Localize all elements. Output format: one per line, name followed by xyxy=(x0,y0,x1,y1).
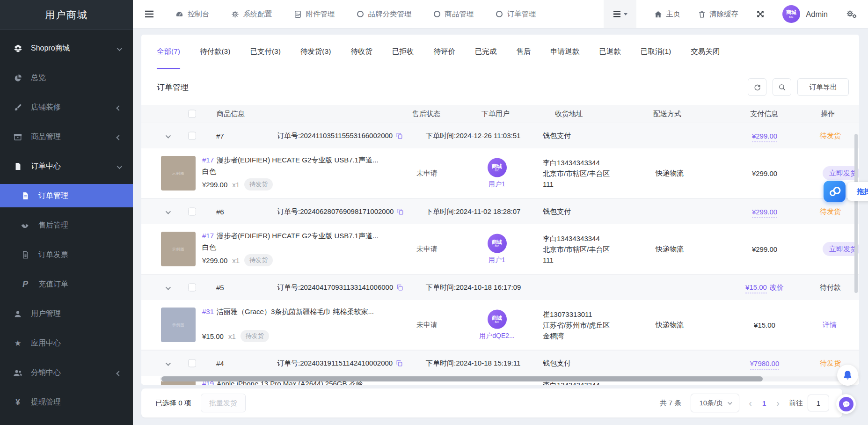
tab-refunded[interactable]: 已退款 xyxy=(599,35,621,69)
list-icon xyxy=(613,11,621,17)
order-price-link[interactable]: ¥15.00 xyxy=(745,283,767,293)
sidebar-item-distribution[interactable]: 分销中心 xyxy=(0,358,133,388)
expand-chevron-icon[interactable] xyxy=(166,132,169,140)
tab-cancelled[interactable]: 已取消(1) xyxy=(641,35,671,69)
tab-refund-request[interactable]: 申请退款 xyxy=(550,35,579,69)
tab-completed[interactable]: 已完成 xyxy=(475,35,497,69)
expand-chevron-icon[interactable] xyxy=(166,359,169,367)
buyer-name-link[interactable]: 用户1 xyxy=(489,256,505,264)
refresh-icon xyxy=(753,83,761,91)
product-tag-link[interactable]: #17 xyxy=(202,156,214,164)
fullscreen-button[interactable] xyxy=(756,10,765,18)
sidebar-item-apps[interactable]: ★ 应用中心 xyxy=(0,329,133,358)
order-price-link[interactable]: ¥7980.00 xyxy=(750,359,780,370)
buyer[interactable]: 商城· B2C · 用户1 xyxy=(475,158,518,189)
tab-paid[interactable]: 已支付(3) xyxy=(250,35,280,69)
netdisk-logo-icon[interactable] xyxy=(824,181,846,202)
chat-button[interactable] xyxy=(836,394,856,414)
buyer-name-link[interactable]: 用户dQE2... xyxy=(479,332,514,340)
tab-all[interactable]: 全部(7) xyxy=(157,35,180,69)
col-header-user: 下单用户 xyxy=(481,110,510,118)
select-all-checkbox[interactable] xyxy=(188,110,196,118)
sidebar-item-order-center[interactable]: 订单中心 xyxy=(0,152,133,181)
product-price: ¥15.00 xyxy=(202,332,224,340)
sidebar-item-shopro[interactable]: Shopro商城 xyxy=(0,34,133,63)
nav-menu-dropdown-button[interactable] xyxy=(604,0,636,28)
buyer[interactable]: 商城· B2C · 用户1 xyxy=(475,234,518,264)
total-count: 共 7 条 xyxy=(660,399,682,408)
product-image[interactable] xyxy=(161,308,196,342)
prev-page-button[interactable]: ‹ xyxy=(749,398,752,408)
buyer-name-link[interactable]: 用户1 xyxy=(489,180,505,189)
topnav-item-goods[interactable]: 商品管理 xyxy=(433,9,474,19)
search-button[interactable] xyxy=(773,78,791,96)
sidebar-item-overview[interactable]: 总览 xyxy=(0,63,133,93)
sidebar-item-users[interactable]: 用户管理 xyxy=(0,299,133,329)
topnav-item-attachments[interactable]: 附件管理 xyxy=(294,9,335,19)
product-image[interactable] xyxy=(161,156,196,191)
sidebar-item-withdraw[interactable]: ¥ 提现管理 xyxy=(0,388,133,417)
order-status: 待发货 xyxy=(820,207,841,216)
topnav-item-system-config[interactable]: 系统配置 xyxy=(231,9,272,19)
product-info: #17漫步者(EDIFIER) HECATE G2专业版 USB7.1声道...… xyxy=(202,156,403,191)
notification-bell-button[interactable] xyxy=(837,365,858,386)
tab-to-ship[interactable]: 待发货(3) xyxy=(300,35,331,69)
topnav-item-brand-category[interactable]: 品牌分类管理 xyxy=(357,9,412,19)
ship-now-button[interactable]: 立即发货 xyxy=(823,242,859,256)
copy-icon[interactable] xyxy=(396,284,403,291)
batch-ship-button[interactable]: 批量发货 xyxy=(201,394,246,412)
hamburger-menu-icon[interactable] xyxy=(145,10,154,18)
row-checkbox[interactable] xyxy=(188,132,196,140)
order-export-button[interactable]: 订单导出 xyxy=(797,78,849,96)
sidebar-item-order-management[interactable]: 订单管理 xyxy=(0,184,133,207)
copy-icon[interactable] xyxy=(397,208,404,215)
topnav-item-orders[interactable]: 订单管理 xyxy=(496,9,536,19)
product-variant: 白色 xyxy=(202,167,403,176)
settings-cogs-icon[interactable] xyxy=(846,9,857,19)
home-button[interactable]: 主页 xyxy=(654,9,680,19)
row-checkbox[interactable] xyxy=(188,359,196,367)
page-size-select[interactable]: 10条/页 xyxy=(691,394,739,412)
vertical-scrollbar-thumb[interactable] xyxy=(854,134,858,293)
product-tag-link[interactable]: #17 xyxy=(202,232,214,240)
row-action: 立即发货 xyxy=(823,166,859,180)
buyer[interactable]: 商城· B2C · 用户dQE2... xyxy=(475,310,518,340)
expand-chevron-icon[interactable] xyxy=(166,284,169,292)
sidebar-item-recharge[interactable]: P 充值订单 xyxy=(0,270,133,299)
next-page-button[interactable]: › xyxy=(776,398,780,408)
product-tag-link[interactable]: #31 xyxy=(202,308,214,315)
change-price-link[interactable]: 改价 xyxy=(770,283,784,291)
top-navbar: 控制台 系统配置 附件管理 品牌分类管理 商品管理 订单管理 xyxy=(133,0,868,28)
goto-page-input[interactable] xyxy=(808,395,829,411)
tab-closed[interactable]: 交易关闭 xyxy=(691,35,720,69)
sidebar-item-goods[interactable]: 商品管理 xyxy=(0,122,133,152)
sidebar-item-aftersale[interactable]: 售后管理 xyxy=(0,211,133,240)
order-price-link[interactable]: ¥299.00 xyxy=(752,132,777,142)
row-checkbox[interactable] xyxy=(188,208,196,216)
copy-icon[interactable] xyxy=(396,132,403,139)
copy-icon[interactable] xyxy=(396,360,403,367)
user-menu[interactable]: 商城 · B2C · Admin xyxy=(782,5,828,23)
sidebar-item-invoice[interactable]: 订单发票 xyxy=(0,240,133,270)
clear-cache-button[interactable]: 清除缓存 xyxy=(698,9,738,19)
tab-aftersale[interactable]: 售后 xyxy=(516,35,531,69)
row-checkbox[interactable] xyxy=(188,284,196,292)
detail-link[interactable]: 详情 xyxy=(823,321,837,329)
expand-chevron-icon[interactable] xyxy=(166,208,169,216)
product-image[interactable] xyxy=(161,232,196,266)
tab-rejected[interactable]: 已拒收 xyxy=(392,35,414,69)
tab-to-receive[interactable]: 待收货 xyxy=(350,35,372,69)
yen-icon: ¥ xyxy=(13,398,22,407)
order-price-link[interactable]: ¥299.00 xyxy=(752,208,777,218)
horizontal-scrollbar-thumb[interactable] xyxy=(161,376,763,381)
tab-unpaid[interactable]: 待付款(3) xyxy=(200,35,230,69)
refresh-button[interactable] xyxy=(748,78,766,96)
page-size-value: 10条/页 xyxy=(699,399,723,408)
page-number[interactable]: 1 xyxy=(762,399,766,407)
ship-now-button[interactable]: 立即发货 xyxy=(823,166,859,180)
topnav-item-dashboard[interactable]: 控制台 xyxy=(175,9,210,19)
sidebar-item-shop-deco[interactable]: 店铺装修 xyxy=(0,93,133,122)
tab-to-review[interactable]: 待评价 xyxy=(433,35,455,69)
order-time: 下单时间:2024-10-18 16:17:09 xyxy=(426,283,521,292)
sidebar-item-label: 商品管理 xyxy=(31,132,61,142)
